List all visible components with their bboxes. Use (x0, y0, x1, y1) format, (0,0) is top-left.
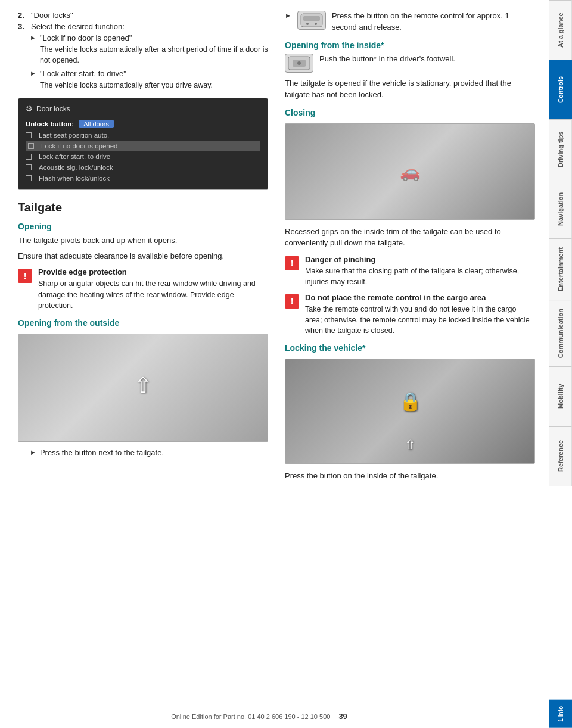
lock-symbol: 🔒 (399, 391, 421, 412)
inside-text: Push the button* in the driver's footwel… (319, 54, 535, 65)
tab-entertainment[interactable]: Entertainment (549, 238, 572, 300)
outside-bullet-text: Press the button next to the tailgate. (40, 448, 268, 457)
warning-text-3: Take the remote control with you and do … (305, 304, 535, 336)
screen-row-3: Lock if no door is opened (26, 141, 260, 151)
bullet-item-2: ► "Lock after start. to drive" The vehic… (30, 69, 268, 91)
warning-title-1: Provide edge protection (38, 267, 268, 276)
opening-text-1: The tailgate pivots back and up when it … (18, 235, 268, 247)
arrow-icon-remote: ► (285, 12, 291, 19)
warning-box-3: ! Do not place the remote control in the… (285, 293, 535, 336)
warning-icon-3: ! (285, 294, 299, 309)
checkbox-6 (26, 175, 32, 181)
remote-text: Press the button on the remote control f… (332, 11, 535, 33)
warning-text-2: Make sure that the closing path of the t… (305, 266, 535, 287)
item-text-3: Select the desired function: (31, 22, 268, 31)
closing-text: Recessed grips on the inside trim of the… (285, 226, 535, 249)
tab-mobility[interactable]: Mobility (549, 366, 572, 426)
warning-content-1: Provide edge protection Sharp or angular… (38, 267, 268, 310)
svg-point-6 (297, 61, 301, 65)
warning-title-3: Do not place the remote control in the c… (305, 293, 535, 302)
bullet-title-1: "Lock if no door is opened" (40, 33, 268, 42)
checkbox-5 (26, 164, 32, 170)
page-footer: Online Edition for Part no. 01 40 2 606 … (0, 712, 527, 721)
main-content: 2. "Door locks" 3. Select the desired fu… (0, 0, 549, 728)
tailgate-outside-image: ⇧ (18, 334, 268, 442)
svg-point-2 (306, 23, 309, 25)
tab-driving-tips[interactable]: Driving tips (549, 119, 572, 179)
checkbox-2 (26, 132, 32, 138)
page-number: 39 (338, 712, 347, 721)
arrow-icon-2: ► (30, 70, 36, 91)
warning-title-2: Danger of pinching (305, 255, 535, 264)
checkbox-4 (26, 154, 32, 160)
bullet-content-2: "Lock after start. to drive" The vehicle… (40, 69, 268, 91)
lock-panel-visual: 🔒 ⇧ (285, 359, 534, 463)
opening-text-2: Ensure that adequate clearance is availa… (18, 250, 268, 262)
outside-sub-heading: Opening from the outside (18, 318, 268, 328)
bullet-title-2: "Lock after start. to drive" (40, 69, 268, 78)
screen-row-6: Flash when lock/unlock (26, 173, 260, 183)
left-column: 2. "Door locks" 3. Select the desired fu… (18, 11, 268, 486)
inside-desc: The tailgate is opened if the vehicle is… (285, 77, 535, 101)
remote-line: ► Press the button on the remote control… (285, 11, 535, 33)
item-text-2: "Door locks" (31, 11, 268, 20)
locking-sub-heading: Locking the vehicle* (285, 343, 535, 353)
car-outside-visual: ⇧ (18, 334, 268, 441)
warning-text-1: Sharp or angular objects can hit the rea… (38, 278, 268, 310)
warning-icon-1: ! (18, 269, 32, 283)
tab-controls[interactable]: Controls (549, 60, 572, 119)
door-locks-screen: ⚙ Door locks Unlock button: All doors La… (18, 98, 268, 190)
car-inside-caption: 🚗 (400, 161, 421, 181)
checkbox-3 (28, 143, 34, 149)
item-number-2: 2. (18, 11, 27, 20)
right-column: ► Press the button on the remote control… (285, 11, 535, 486)
screen-row-unlock: Unlock button: All doors (26, 118, 260, 130)
unlock-btn: All doors (79, 120, 114, 128)
screen-row-5: Acoustic sig. lock/unlock (26, 162, 260, 173)
footer-text: Online Edition for Part no. 01 40 2 606 … (171, 713, 330, 720)
lock-arrow-icon: ⇧ (405, 437, 415, 453)
locking-text: Press the button on the inside of the ta… (285, 470, 535, 482)
warning-box-2: ! Danger of pinching Make sure that the … (285, 255, 535, 287)
tab-communication[interactable]: Communication (549, 300, 572, 366)
warning-content-3: Do not place the remote control in the c… (305, 293, 535, 336)
inside-sub-heading: Opening from the inside* (285, 41, 535, 50)
tab-reference[interactable]: Reference (549, 426, 572, 486)
item-number-3: 3. (18, 22, 27, 31)
bullet-item-1: ► "Lock if no door is opened" The vehicl… (30, 33, 268, 66)
arrow-icon-1: ► (30, 34, 36, 66)
warning-box-1: ! Provide edge protection Sharp or angul… (18, 267, 268, 310)
sidebar-tabs: At a glance Controls Driving tips Naviga… (549, 0, 572, 728)
bullet-desc-2: The vehicle locks automatically after yo… (40, 80, 268, 91)
warning-content-2: Danger of pinching Make sure that the cl… (305, 255, 535, 287)
bullet-desc-1: The vehicle locks automatically after a … (40, 44, 268, 66)
list-item-3: 3. Select the desired function: (18, 22, 268, 31)
tailgate-closing-image: 🚗 (285, 123, 535, 220)
svg-point-3 (315, 23, 317, 25)
info-badge: 1 info (549, 700, 572, 728)
inside-button-line: Push the button* in the driver's footwel… (285, 54, 535, 73)
bullet-content-1: "Lock if no door is opened" The vehicle … (40, 33, 268, 66)
screen-row-4: Lock after start. to drive (26, 151, 260, 162)
remote-icon (297, 11, 326, 30)
screen-row-2: Last seat position auto. (26, 130, 260, 141)
svg-rect-1 (303, 16, 320, 21)
car-inside-visual: 🚗 (285, 124, 534, 219)
tab-navigation[interactable]: Navigation (549, 179, 572, 238)
locking-image: 🔒 ⇧ (285, 359, 535, 464)
list-item-2: 2. "Door locks" (18, 11, 268, 20)
tailgate-heading: Tailgate (18, 201, 268, 214)
arrow-icon-outside: ► (30, 449, 36, 457)
arrow-up-icon: ⇧ (134, 373, 152, 398)
closing-sub-heading: Closing (285, 108, 535, 117)
warning-icon-2: ! (285, 256, 299, 270)
tab-at-a-glance[interactable]: At a glance (549, 0, 572, 60)
footwell-button-icon (285, 54, 313, 73)
outside-bullet: ► Press the button next to the tailgate. (30, 448, 268, 457)
screen-title: ⚙ Door locks (26, 104, 260, 113)
opening-sub-heading: Opening (18, 222, 268, 231)
